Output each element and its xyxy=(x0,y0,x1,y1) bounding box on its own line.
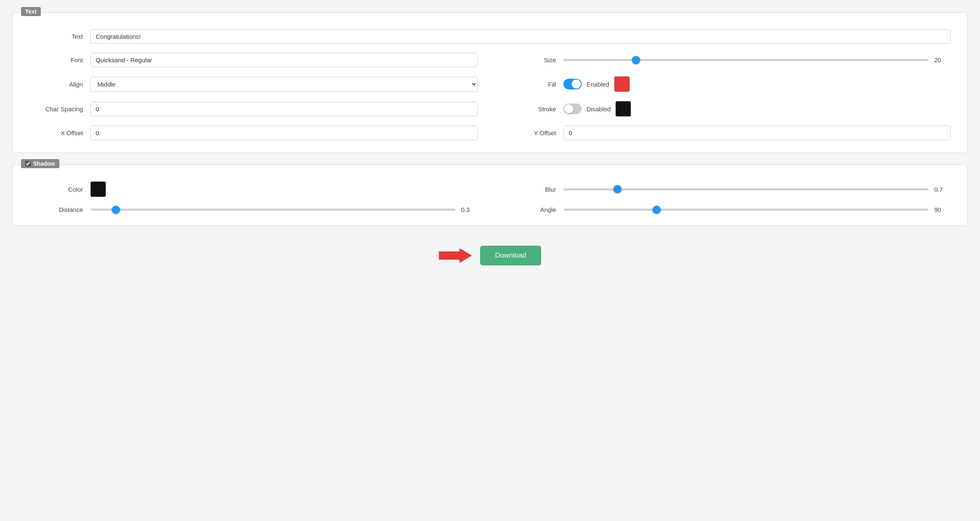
fill-color-swatch[interactable] xyxy=(614,76,630,92)
shadow-color-swatch[interactable] xyxy=(90,181,106,197)
text-section: Text Text Font Size 20 Align Left Middle xyxy=(12,12,968,153)
shadow-section-title: Shadow xyxy=(33,160,55,167)
font-label: Font xyxy=(29,56,83,63)
text-section-title: Text xyxy=(25,8,37,15)
align-label: Align xyxy=(29,81,83,88)
text-row: Text xyxy=(29,29,951,44)
y-offset-row: Y Offset xyxy=(502,126,951,140)
distance-slider-row: 0.3 xyxy=(90,206,478,213)
stroke-toggle-row: Disabled xyxy=(563,101,631,117)
distance-label: Distance xyxy=(29,206,83,213)
y-offset-label: Y Offset xyxy=(502,129,556,136)
size-label: Size xyxy=(502,56,556,63)
stroke-label: Stroke xyxy=(502,106,556,113)
blur-slider-row: 0.7 xyxy=(563,186,951,193)
distance-row: Distance 0.3 xyxy=(29,206,478,213)
text-input[interactable] xyxy=(90,29,951,44)
angle-label: Angle xyxy=(502,206,556,213)
distance-value: 0.3 xyxy=(461,206,478,213)
svg-marker-0 xyxy=(439,248,472,263)
font-input[interactable] xyxy=(90,53,478,67)
text-section-legend: Text xyxy=(21,7,41,16)
shadow-color-label: Color xyxy=(29,186,83,193)
align-select[interactable]: Left Middle Right Justify xyxy=(90,77,478,92)
fill-toggle-row: Enabled xyxy=(563,76,630,92)
fill-toggle[interactable] xyxy=(563,79,582,89)
shadow-section: Shadow Color Blur 0.7 Distance 0.3 An xyxy=(12,164,968,226)
shadow-checkbox[interactable] xyxy=(25,161,31,167)
size-slider-row: 20 xyxy=(563,56,951,63)
blur-label: Blur xyxy=(502,186,556,193)
angle-slider-row: 90 xyxy=(563,206,951,213)
fill-toggle-label: Enabled xyxy=(587,81,609,88)
char-spacing-row: Char Spacing xyxy=(29,101,478,117)
fill-row: Fill Enabled xyxy=(502,76,951,92)
download-button[interactable]: Download xyxy=(480,246,541,265)
size-value: 20 xyxy=(934,56,951,63)
shadow-color-row: Color xyxy=(29,181,478,197)
angle-value: 90 xyxy=(934,206,951,213)
y-offset-input[interactable] xyxy=(563,126,951,140)
angle-row: Angle 90 xyxy=(502,206,951,213)
align-row: Align Left Middle Right Justify xyxy=(29,76,478,92)
download-area: Download xyxy=(12,237,968,278)
blur-row: Blur 0.7 xyxy=(502,181,951,197)
x-offset-label: X Offset xyxy=(29,129,83,136)
text-label: Text xyxy=(29,33,83,40)
stroke-row: Stroke Disabled xyxy=(502,101,951,117)
char-spacing-input[interactable] xyxy=(90,102,478,116)
size-row: Size 20 xyxy=(502,53,951,67)
stroke-toggle[interactable] xyxy=(563,103,582,114)
stroke-color-swatch[interactable] xyxy=(615,101,631,117)
shadow-section-legend: Shadow xyxy=(21,159,59,168)
distance-slider[interactable] xyxy=(90,209,455,211)
font-row: Font xyxy=(29,53,478,67)
blur-slider[interactable] xyxy=(563,188,928,190)
stroke-toggle-label: Disabled xyxy=(587,106,610,113)
char-spacing-label: Char Spacing xyxy=(29,106,83,113)
x-offset-input[interactable] xyxy=(90,126,478,140)
fill-label: Fill xyxy=(502,81,556,88)
blur-value: 0.7 xyxy=(934,186,951,193)
size-slider[interactable] xyxy=(563,59,928,61)
shadow-checkbox-wrapper: Shadow xyxy=(25,160,55,167)
angle-slider[interactable] xyxy=(563,209,928,211)
download-arrow-icon xyxy=(439,247,472,264)
x-offset-row: X Offset xyxy=(29,126,478,140)
